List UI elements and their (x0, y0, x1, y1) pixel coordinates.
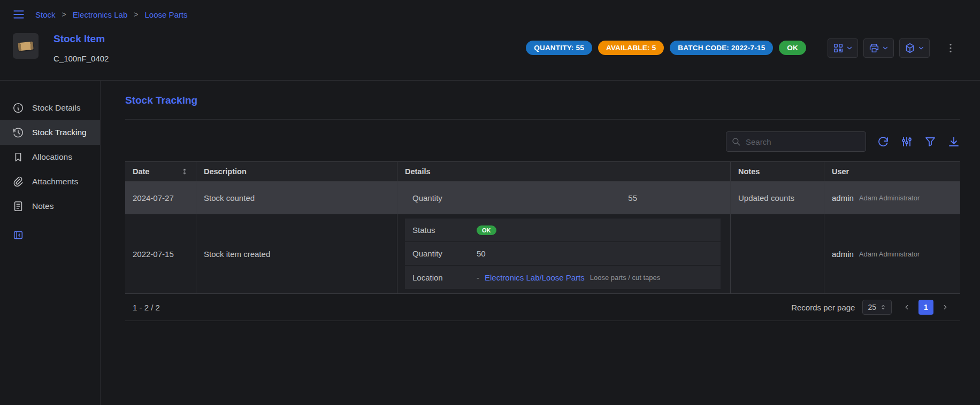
description-cell: Stock item created (196, 214, 397, 293)
sidebar-item-stock-details[interactable]: Stock Details (0, 96, 100, 120)
quantity-badge: QUANTITY: 55 (526, 41, 592, 55)
download-icon[interactable] (947, 135, 960, 148)
table-footer: 1 - 2 / 2 Records per page 25 (125, 294, 960, 321)
note-icon (12, 200, 24, 212)
previous-page-button[interactable] (899, 300, 914, 315)
date-cell: 2024-07-27 (125, 182, 196, 214)
record-range: 1 - 2 / 2 (133, 303, 160, 312)
details-cell: Quantity 55 (397, 182, 731, 214)
records-per-page-select[interactable]: 25 (862, 300, 892, 315)
menu-icon[interactable] (12, 7, 26, 21)
column-header-details: Details (397, 162, 731, 181)
available-badge: AVAILABLE: 5 (598, 41, 664, 55)
user-cell: admin Adam Administrator (824, 214, 960, 293)
status-ok-badge: OK (477, 225, 496, 235)
kebab-menu-icon[interactable] (943, 40, 959, 56)
user-full-name: Adam Administrator (859, 250, 920, 258)
page-title: Stock Item (53, 33, 109, 45)
package-icon (904, 42, 916, 54)
selector-icon (880, 304, 886, 310)
detail-key: Quantity (412, 249, 477, 258)
date-cell: 2022-07-15 (125, 214, 196, 293)
location-link[interactable]: Electronics Lab/Loose Parts (485, 273, 585, 282)
sidebar-item-stock-tracking[interactable]: Stock Tracking (0, 120, 100, 145)
column-header-description: Description (196, 162, 397, 181)
column-label: Date (133, 167, 149, 176)
pagination: 1 (899, 300, 953, 315)
detail-row-location: Location - Electronics Lab/Loose Parts L… (405, 266, 721, 289)
detail-value: 55 (477, 193, 637, 203)
username: admin (832, 250, 854, 259)
sidebar-item-label: Stock Details (32, 103, 80, 113)
content: Stock Details Stock Tracking Allocations… (0, 80, 980, 405)
batch-code-badge: BATCH CODE: 2022-7-15 (670, 41, 773, 55)
stock-actions-button[interactable] (899, 38, 930, 58)
notes-cell: Updated counts (731, 182, 824, 214)
location-description: Loose parts / cut tapes (590, 274, 661, 282)
location-dash: - (477, 273, 479, 282)
details-cell: Status OK Quantity 50 Location - (397, 214, 731, 293)
title-block: Stock Item C_100nF_0402 (53, 33, 109, 63)
column-header-user: User (824, 162, 960, 181)
header-actions (828, 38, 959, 58)
detail-key: Location (412, 273, 477, 282)
column-header-date[interactable]: Date (125, 162, 196, 181)
records-per-page-value: 25 (868, 303, 876, 311)
sort-icon (181, 168, 188, 175)
column-header-notes: Notes (731, 162, 824, 181)
chevron-down-icon (917, 44, 925, 52)
detail-key: Quantity (412, 193, 477, 203)
detail-row-status: Status OK (405, 219, 721, 242)
description-cell: Stock counted (196, 182, 397, 214)
breadcrumb-link-electronics-lab[interactable]: Electronics Lab (73, 10, 128, 19)
page-header: Stock Item C_100nF_0402 QUANTITY: 55 AVA… (0, 29, 980, 80)
user-cell: admin Adam Administrator (824, 182, 960, 214)
filter-icon[interactable] (924, 135, 937, 148)
notes-cell (731, 214, 824, 293)
records-per-page-label: Records per page (791, 303, 855, 312)
page-1-button[interactable]: 1 (918, 300, 933, 315)
sidebar-item-label: Stock Tracking (32, 128, 87, 137)
table-row: 2024-07-27 Stock counted Quantity 55 Upd… (125, 182, 960, 214)
printer-icon (868, 42, 880, 54)
sidebar: Stock Details Stock Tracking Allocations… (0, 81, 101, 405)
print-actions-button[interactable] (863, 38, 894, 58)
sidebar-item-label: Allocations (32, 152, 72, 162)
username: admin (832, 193, 854, 203)
breadcrumb-separator: > (134, 10, 138, 19)
capacitor-image (18, 41, 33, 51)
breadcrumb-link-loose-parts[interactable]: Loose Parts (144, 10, 187, 19)
main-panel: Stock Tracking (101, 81, 980, 405)
section-title: Stock Tracking (125, 95, 960, 106)
section-divider (125, 119, 960, 120)
status-ok-badge: OK (779, 41, 806, 55)
sidebar-item-label: Notes (32, 201, 54, 211)
detail-value: 50 (477, 249, 486, 258)
breadcrumb-link-stock[interactable]: Stock (35, 10, 56, 19)
sidebar-collapse-icon[interactable] (0, 224, 100, 246)
sidebar-item-label: Attachments (32, 177, 78, 186)
stock-item-name: C_100nF_0402 (53, 54, 109, 63)
sidebar-item-notes[interactable]: Notes (0, 194, 100, 219)
info-icon (12, 102, 24, 114)
status-badges: QUANTITY: 55 AVAILABLE: 5 BATCH CODE: 20… (526, 41, 806, 55)
qrcode-icon (832, 42, 844, 54)
table-row: 2022-07-15 Stock item created Status OK … (125, 214, 960, 294)
refresh-icon[interactable] (877, 135, 890, 148)
adjustments-icon[interactable] (900, 135, 913, 148)
bookmark-icon (12, 151, 24, 163)
user-full-name: Adam Administrator (859, 194, 920, 202)
topbar: Stock > Electronics Lab > Loose Parts (0, 0, 980, 29)
next-page-button[interactable] (938, 300, 953, 315)
search-input[interactable] (726, 131, 866, 152)
breadcrumb-separator: > (62, 10, 66, 19)
sidebar-item-attachments[interactable]: Attachments (0, 169, 100, 194)
barcode-actions-button[interactable] (828, 38, 858, 58)
history-icon (12, 127, 24, 138)
table-header-row: Date Description Details Notes User (125, 162, 960, 182)
sidebar-item-allocations[interactable]: Allocations (0, 145, 100, 169)
detail-row-quantity: Quantity 50 (405, 242, 721, 266)
table-toolbar (125, 131, 960, 152)
breadcrumb: Stock > Electronics Lab > Loose Parts (35, 10, 188, 19)
stock-item-thumbnail[interactable] (13, 33, 39, 59)
